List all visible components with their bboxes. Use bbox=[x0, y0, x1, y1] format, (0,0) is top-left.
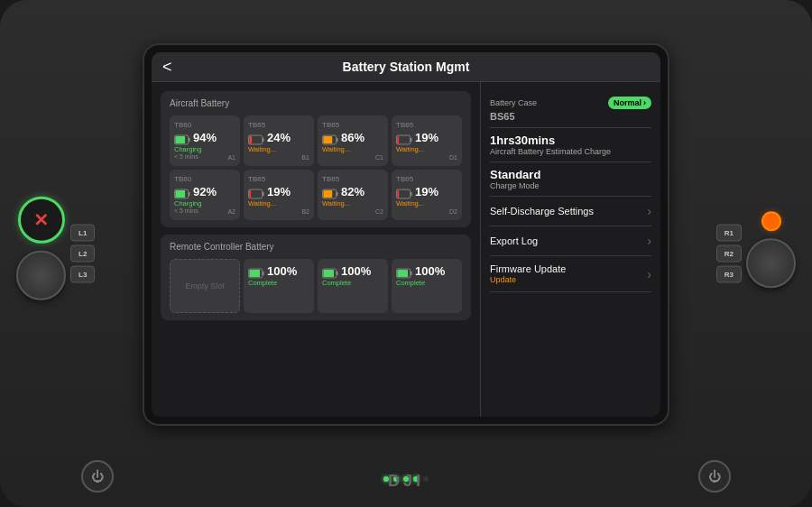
rc-cell-status: Complete bbox=[322, 279, 351, 287]
left-controls: ✕ bbox=[16, 197, 66, 300]
empty-slot-text: Empty Slot bbox=[185, 281, 225, 290]
export-log-chevron: › bbox=[647, 234, 651, 248]
green-ring-button[interactable]: ✕ bbox=[18, 197, 65, 244]
battery-case-id: BS65 bbox=[490, 111, 651, 122]
l3-button[interactable]: L3 bbox=[70, 266, 95, 283]
right-power-button[interactable]: ⏻ bbox=[698, 460, 731, 493]
right-controls bbox=[746, 211, 796, 288]
charge-mode-label: Charge Mode bbox=[490, 181, 651, 190]
left-joystick[interactable] bbox=[16, 251, 66, 300]
svg-rect-22 bbox=[411, 191, 412, 196]
firmware-row[interactable]: Firmware Update Update › bbox=[490, 256, 651, 292]
r3-button[interactable]: R3 bbox=[716, 266, 742, 283]
cell-slot: C2 bbox=[375, 208, 383, 215]
rc-battery-section: Remote Controller Battery Empty Slot 100… bbox=[161, 235, 471, 320]
svg-rect-28 bbox=[337, 271, 338, 275]
export-log-row[interactable]: Export Log › bbox=[490, 226, 651, 256]
charge-mode-row: Standard Charge Mode bbox=[490, 162, 651, 197]
cell-status: Waiting... bbox=[396, 145, 424, 153]
svg-rect-16 bbox=[263, 191, 264, 196]
battery-icon bbox=[322, 187, 338, 198]
back-button[interactable]: < bbox=[162, 58, 172, 77]
cell-slot: B1 bbox=[301, 154, 309, 161]
svg-rect-2 bbox=[175, 135, 185, 143]
screen-bezel: < Battery Station Mgmt Aircraft Battery … bbox=[144, 45, 668, 424]
r1-button[interactable]: R1 bbox=[716, 225, 742, 242]
rc-cell-status: Complete bbox=[396, 279, 425, 287]
aircraft-battery-section: Aircraft Battery TB60 94% Charging < 5 m… bbox=[161, 91, 471, 227]
rc-cell-percent: 100% bbox=[415, 264, 445, 278]
right-panel: Battery Case Normal › BS65 1hrs30mins Ai… bbox=[480, 82, 660, 417]
cell-slot: A2 bbox=[227, 208, 235, 215]
right-joystick[interactable] bbox=[746, 238, 796, 288]
cell-time: < 5 mins bbox=[174, 153, 198, 161]
svg-rect-31 bbox=[411, 271, 412, 275]
dji-logo: DJI bbox=[388, 472, 424, 491]
aircraft-battery-cell: TB65 19% Waiting... D1 bbox=[392, 115, 462, 166]
x-icon: ✕ bbox=[33, 209, 49, 231]
svg-rect-14 bbox=[175, 189, 185, 197]
aircraft-battery-cell: TB65 19% Waiting... D2 bbox=[392, 170, 462, 220]
cell-percent: 92% bbox=[193, 185, 217, 198]
cell-status: Charging bbox=[174, 199, 201, 207]
orange-button[interactable] bbox=[761, 211, 781, 231]
estimated-charge-value: 1hrs30mins bbox=[490, 134, 651, 147]
rc-battery-title: Remote Controller Battery bbox=[170, 242, 462, 252]
r2-button[interactable]: R2 bbox=[716, 245, 742, 263]
l2-button[interactable]: L2 bbox=[70, 245, 95, 263]
firmware-label: Firmware Update bbox=[490, 263, 566, 274]
battery-icon bbox=[248, 133, 264, 143]
r-buttons-group: R1 R2 R3 bbox=[716, 225, 742, 283]
svg-rect-8 bbox=[323, 135, 332, 143]
main-content: Aircraft Battery TB60 94% Charging < 5 m… bbox=[152, 82, 660, 417]
battery-icon bbox=[174, 133, 190, 143]
rc-battery-icon bbox=[248, 266, 264, 277]
cell-status: Waiting... bbox=[322, 199, 350, 207]
cell-percent: 86% bbox=[341, 131, 364, 144]
svg-rect-13 bbox=[189, 191, 190, 196]
cell-slot: D2 bbox=[449, 208, 457, 215]
cell-slot: D1 bbox=[449, 154, 457, 161]
screen: < Battery Station Mgmt Aircraft Battery … bbox=[152, 52, 660, 417]
svg-rect-10 bbox=[411, 137, 412, 142]
battery-case-label: Battery Case bbox=[490, 98, 537, 107]
export-log-label: Export Log bbox=[490, 235, 647, 246]
left-power-button[interactable]: ⏻ bbox=[81, 460, 114, 493]
rc-empty-slot: Empty Slot bbox=[170, 259, 240, 313]
aircraft-battery-title: Aircraft Battery bbox=[170, 98, 462, 108]
battery-icon bbox=[396, 187, 412, 198]
aircraft-battery-cell: TB65 86% Waiting... C1 bbox=[318, 115, 388, 166]
aircraft-battery-cell: TB60 94% Charging < 5 mins A1 bbox=[170, 115, 240, 166]
cell-model: TB60 bbox=[174, 121, 191, 129]
cell-model: TB65 bbox=[322, 121, 339, 129]
rc-battery-grid: Empty Slot 100% Complete 100% Complete bbox=[170, 259, 462, 313]
rc-cell-percent: 100% bbox=[267, 264, 297, 278]
svg-rect-5 bbox=[249, 135, 252, 143]
cell-time: < 5 mins bbox=[174, 207, 198, 215]
l-buttons-group: L1 L2 L3 bbox=[70, 225, 95, 283]
battery-icon bbox=[174, 187, 190, 198]
aircraft-battery-cell: TB65 82% Waiting... C2 bbox=[318, 170, 388, 220]
self-discharge-label: Self-Discharge Settings bbox=[490, 206, 594, 217]
aircraft-battery-cell: TB65 24% Waiting... B1 bbox=[244, 115, 314, 166]
cell-model: TB60 bbox=[174, 175, 191, 183]
cell-model: TB65 bbox=[396, 175, 413, 183]
cell-status: Charging bbox=[174, 145, 201, 153]
l1-button[interactable]: L1 bbox=[70, 225, 95, 242]
svg-rect-17 bbox=[249, 189, 251, 197]
rc-battery-cell: 100% Complete bbox=[392, 259, 462, 313]
svg-rect-4 bbox=[263, 137, 264, 142]
firmware-chevron: › bbox=[647, 267, 651, 281]
estimated-charge-row: 1hrs30mins Aircraft Battery Estimated Ch… bbox=[490, 128, 651, 162]
svg-rect-7 bbox=[337, 137, 338, 142]
self-discharge-chevron: › bbox=[647, 204, 651, 218]
self-discharge-row[interactable]: Self-Discharge Settings › bbox=[490, 197, 651, 226]
cell-model: TB65 bbox=[396, 121, 413, 129]
cell-percent: 19% bbox=[415, 131, 438, 144]
cell-slot: B2 bbox=[301, 208, 309, 215]
svg-rect-26 bbox=[249, 269, 260, 276]
battery-case-row: Battery Case Normal › BS65 bbox=[490, 91, 651, 128]
normal-badge: Normal › bbox=[608, 97, 651, 109]
rc-cell-percent: 100% bbox=[341, 264, 371, 278]
aircraft-battery-cell: TB60 92% Charging < 5 mins A2 bbox=[170, 170, 240, 220]
